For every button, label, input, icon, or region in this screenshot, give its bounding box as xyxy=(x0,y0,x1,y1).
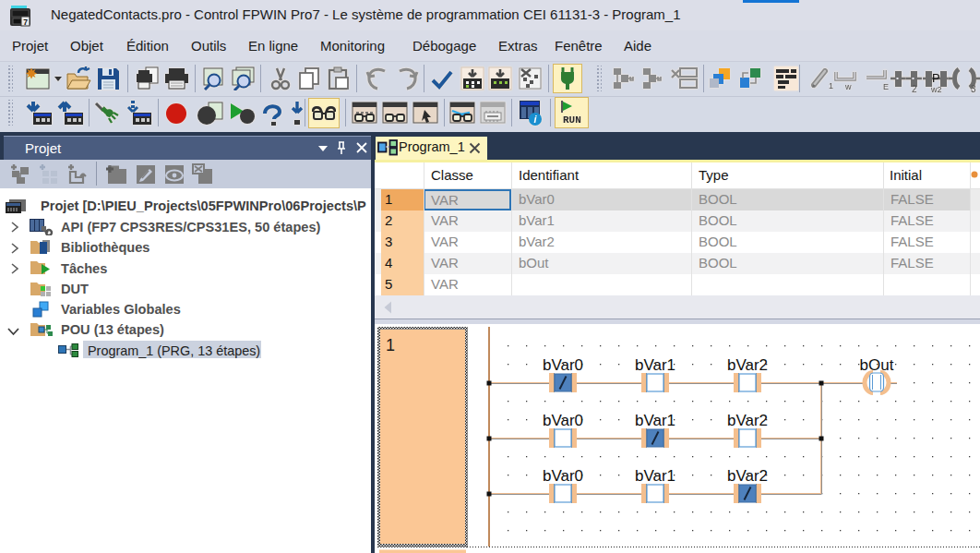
svg-text:w2: w2 xyxy=(930,85,942,92)
svg-text:3: 3 xyxy=(971,84,976,92)
svg-text:7: 7 xyxy=(23,18,28,27)
svg-text:2: 2 xyxy=(912,84,917,92)
svg-text:bVar2: bVar2 xyxy=(727,356,768,374)
svg-text:w: w xyxy=(844,82,852,90)
svg-text:bVar2: bVar2 xyxy=(727,467,768,485)
svg-text:bOut: bOut xyxy=(860,356,894,374)
svg-text:bVar0: bVar0 xyxy=(543,356,583,374)
svg-text:1: 1 xyxy=(829,81,833,90)
svg-text:P: P xyxy=(932,71,940,85)
svg-text:bVar1: bVar1 xyxy=(635,467,675,485)
svg-text:bVar0: bVar0 xyxy=(543,467,583,485)
svg-text:bVar2: bVar2 xyxy=(727,412,768,429)
svg-text:RUN: RUN xyxy=(563,114,581,126)
svg-text:1: 1 xyxy=(386,336,395,355)
svg-text:bVar1: bVar1 xyxy=(635,412,675,429)
svg-text:bVar0: bVar0 xyxy=(543,412,583,429)
svg-text:E: E xyxy=(883,82,889,90)
svg-text:bVar1: bVar1 xyxy=(635,356,675,374)
